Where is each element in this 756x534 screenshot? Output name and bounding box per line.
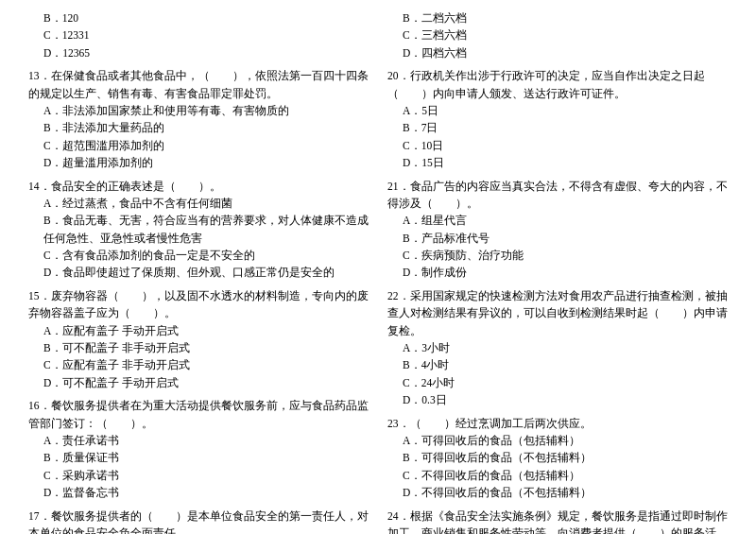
question-options-top-left: B．120 C．12331 D．12365 [28, 9, 369, 61]
q14-option-c: C．含有食品添加剂的食品一定是不安全的 [28, 247, 369, 264]
question-17-text: 17．餐饮服务提供者的（ ）是本单位食品安全的第一责任人，对本单位的食品安全负全… [28, 508, 369, 534]
question-options-top-right: B．二档六档 C．三档六档 D．四档六档 [387, 9, 728, 61]
question-21-text: 21．食品广告的内容应当真实合法，不得含有虚假、夸大的内容，不得涉及（ ）。 [387, 178, 728, 213]
q16-option-c: C．采购承诺书 [28, 467, 369, 484]
q16-option-b: B．质量保证书 [28, 449, 369, 466]
q20-option-b: B．7日 [387, 119, 728, 136]
q13-option-b: B．非法添加大量药品的 [28, 119, 369, 136]
option-d12365: D．12365 [28, 44, 369, 61]
question-20: 20．行政机关作出涉于行政许可的决定，应当自作出决定之日起（ ）内向申请人颁发、… [387, 67, 728, 171]
question-23-text: 23．（ ）经过烹调加工后两次供应。 [387, 415, 728, 432]
q22-option-d: D．0.3日 [387, 391, 728, 408]
question-13-text: 13．在保健食品或者其他食品中，（ ），依照法第一百四十四条的规定以生产、销售有… [28, 67, 369, 102]
q21-option-c: C．疾病预防、治疗功能 [387, 247, 728, 264]
question-14: 14．食品安全的正确表述是（ ）。 A．经过蒸煮，食品中不含有任何细菌 B．食品… [28, 178, 369, 282]
question-15-text: 15．废弃物容器（ ），以及固不水透水的材料制造，专向内的废弃物容器盖子应为（ … [28, 287, 369, 322]
q16-option-d: D．监督备忘书 [28, 484, 369, 501]
question-14-text: 14．食品安全的正确表述是（ ）。 [28, 178, 369, 195]
q15-option-a: A．应配有盖子 手动开启式 [28, 322, 369, 339]
question-13: 13．在保健食品或者其他食品中，（ ），依照法第一百四十四条的规定以生产、销售有… [28, 67, 369, 171]
q15-option-c: C．应配有盖子 非手动开启式 [28, 356, 369, 373]
q23-option-a: A．可得回收后的食品（包括辅料） [387, 432, 728, 449]
q15-option-d: D．可不配盖子 手动开启式 [28, 374, 369, 391]
q13-option-a: A．非法添加国家禁止和使用等有毒、有害物质的 [28, 102, 369, 119]
q13-option-c: C．超范围滥用添加剂的 [28, 137, 369, 154]
question-22-text: 22．采用国家规定的快速检测方法对食用农产品进行抽查检测，被抽查人对检测结果有异… [387, 287, 728, 339]
option-b-er: B．二档六档 [387, 9, 728, 26]
question-24-text: 24．根据《食品安全法实施条例》规定，餐饮服务是指通过即时制作加工、商业销售和服… [387, 508, 728, 534]
q23-option-d: D．不得回收后的食品（不包括辅料） [387, 484, 728, 501]
q14-option-a: A．经过蒸煮，食品中不含有任何细菌 [28, 195, 369, 212]
question-22: 22．采用国家规定的快速检测方法对食用农产品进行抽查检测，被抽查人对检测结果有异… [387, 287, 728, 409]
page-content: B．120 C．12331 D．12365 13．在保健食品或者其他食品中，（ … [28, 9, 728, 534]
q14-option-d: D．食品即使超过了保质期、但外观、口感正常仍是安全的 [28, 264, 369, 281]
question-16: 16．餐饮服务提供者在为重大活动提供餐饮服务前，应与食品药品监管部门签订：（ ）… [28, 397, 369, 501]
q16-option-a: A．责任承诺书 [28, 432, 369, 449]
question-20-text: 20．行政机关作出涉于行政许可的决定，应当自作出决定之日起（ ）内向申请人颁发、… [387, 67, 728, 102]
q21-option-a: A．组星代言 [387, 212, 728, 229]
option-b120: B．120 [28, 9, 369, 26]
question-15: 15．废弃物容器（ ），以及固不水透水的材料制造，专向内的废弃物容器盖子应为（ … [28, 287, 369, 391]
question-21: 21．食品广告的内容应当真实合法，不得含有虚假、夸大的内容，不得涉及（ ）。 A… [387, 178, 728, 282]
q13-option-d: D．超量滥用添加剂的 [28, 154, 369, 171]
right-column: B．二档六档 C．三档六档 D．四档六档 20．行政机关作出涉于行政许可的决定，… [387, 9, 728, 534]
option-c12331: C．12331 [28, 26, 369, 43]
q20-option-c: C．10日 [387, 137, 728, 154]
left-column: B．120 C．12331 D．12365 13．在保健食品或者其他食品中，（ … [28, 9, 369, 534]
q20-option-a: A．5日 [387, 102, 728, 119]
q21-option-b: B．产品标准代号 [387, 230, 728, 247]
q23-option-b: B．可得回收后的食品（不包括辅料） [387, 449, 728, 466]
question-23: 23．（ ）经过烹调加工后两次供应。 A．可得回收后的食品（包括辅料） B．可得… [387, 415, 728, 502]
question-24: 24．根据《食品安全法实施条例》规定，餐饮服务是指通过即时制作加工、商业销售和服… [387, 508, 728, 534]
question-16-text: 16．餐饮服务提供者在为重大活动提供餐饮服务前，应与食品药品监管部门签订：（ ）… [28, 397, 369, 432]
q15-option-b: B．可不配盖子 非手动开启式 [28, 339, 369, 356]
question-17: 17．餐饮服务提供者的（ ）是本单位食品安全的第一责任人，对本单位的食品安全负全… [28, 508, 369, 534]
q22-option-a: A．3小时 [387, 339, 728, 356]
q22-option-c: C．24小时 [387, 374, 728, 391]
option-d-si: D．四档六档 [387, 44, 728, 61]
option-c-san: C．三档六档 [387, 26, 728, 43]
q20-option-d: D．15日 [387, 154, 728, 171]
q21-option-d: D．制作成份 [387, 264, 728, 281]
q14-option-b: B．食品无毒、无害，符合应当有的营养要求，对人体健康不造成任何急性、亚急性或者慢… [28, 212, 369, 247]
q23-option-c: C．不得回收后的食品（包括辅料） [387, 467, 728, 484]
q22-option-b: B．4小时 [387, 356, 728, 373]
